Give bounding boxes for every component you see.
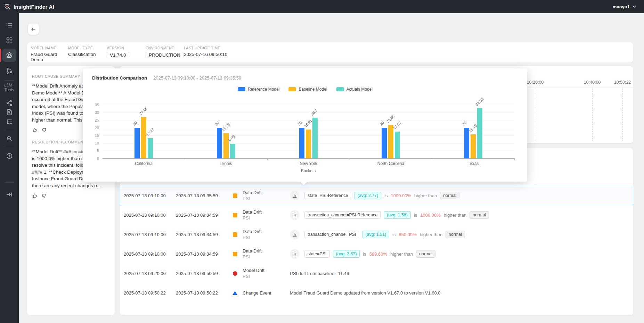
bar-value-label: 20 [379,121,385,126]
x-axis-category: California [135,161,153,166]
sidebar-item-file-search[interactable] [6,109,13,116]
version-field: VERSION V1.74.0 [107,46,146,63]
sidebar-active-indicator [0,49,1,62]
bar[interactable] [141,117,146,158]
timeline-tick: 10:50:22 [614,80,631,85]
event-subtype: PSI [243,274,290,279]
event-subtype: PSI [243,235,290,240]
avg-value-badge: (avg: 2.67) [333,250,360,258]
status-chip: normal [470,211,489,219]
sidebar-divider [5,182,14,183]
bar[interactable] [312,118,318,158]
metric-tag[interactable]: state=PSI [304,250,330,258]
distribution-chart: 051015202530352027.0513.27California2016… [83,68,527,182]
event-start-time: 2025-07-13 09:50:22 [124,290,176,296]
bar[interactable] [464,128,469,158]
sidebar-divider [5,80,14,81]
event-start-time: 2025-07-13 09:20:00 [124,271,176,276]
chevron-down-icon [632,5,636,9]
insightfinder-logo-icon [4,3,11,10]
sidebar-item-pipelines[interactable] [6,67,13,74]
table-row[interactable]: 2025-07-13 09:50:22 2025-07-13 09:50:22 … [120,283,633,303]
sidebar-divider [5,130,14,130]
bar[interactable] [382,128,387,158]
sidebar-item-dashboard[interactable] [6,37,13,44]
sidebar-item-models[interactable] [6,52,13,59]
bar[interactable] [134,128,140,158]
distribution-comparison-popup: Distribution Comparison 2025-07-13 09:10… [83,68,527,182]
timeline-gridline [535,88,535,141]
sidebar-item-list[interactable] [6,22,13,29]
bar-value-label: 26.7 [310,108,318,116]
comparison-text: is [414,213,417,218]
view-chart-button[interactable] [290,249,300,259]
view-chart-button[interactable] [290,230,300,239]
thumbs-down-icon[interactable] [41,127,47,133]
sidebar-item-search[interactable] [6,135,13,142]
sidebar-divider [5,147,14,147]
event-message: Model Fraud Guard Demo updated from vers… [290,290,441,296]
x-axis-tickmark [350,158,350,160]
table-row[interactable]: 2025-07-13 09:10:00 2025-07-13 09:34:59 … [120,205,633,225]
y-axis-tick: 20 [85,126,99,130]
app-title: InsightFinder AI [14,4,54,10]
sidebar-item-tree[interactable] [6,118,13,125]
event-description: transaction_channel=PSI(avg: 1.51)is650.… [290,230,629,239]
table-row[interactable]: 2025-07-13 09:20:00 2025-07-13 09:50:59 … [120,264,633,283]
event-message: PSI drift from baseline: 11.46 [290,271,349,276]
event-start-time: 2025-07-13 09:10:00 [124,193,176,198]
bar[interactable] [148,138,153,158]
metric-tag[interactable]: transaction_channel=PSI-Reference [304,211,381,219]
bar[interactable] [471,134,476,158]
environment-field: ENVIRONMENT PRODUCTION [146,46,184,63]
table-row[interactable]: 2025-07-13 09:10:00 2025-07-13 09:34:59 … [120,244,633,264]
event-end-time: 2025-07-13 09:34:59 [176,251,227,257]
percentage-value: 650.09% [399,232,417,237]
bar[interactable] [395,132,400,158]
sidebar-collapse-toggle[interactable] [6,191,13,198]
sidebar-item-share[interactable] [6,99,13,106]
percentage-value: 1000.00% [420,213,441,218]
event-end-time: 2025-07-13 09:50:59 [176,271,227,276]
metric-tag[interactable]: transaction_channel=PSI [304,231,359,238]
x-axis-category: Texas [468,161,479,166]
event-type-icon [233,252,237,256]
user-menu[interactable]: maoyu1 [613,4,636,9]
table-row[interactable]: 2025-07-13 09:10:00 2025-07-13 09:34:59 … [120,225,633,244]
x-axis-tickmark [185,158,185,160]
comparison-text: is [384,193,388,198]
thumbs-down-icon[interactable] [41,193,47,199]
bar-value-label: 27.05 [139,106,148,116]
bar-value-label: 20 [297,121,303,126]
bar-value-label: 20 [214,121,220,126]
x-axis-category: New York [300,161,317,166]
bar[interactable] [223,133,229,158]
thumbs-up-icon[interactable] [32,193,38,199]
x-axis-category: Illinois [220,161,232,166]
gridline [103,105,514,105]
bar-value-label: 21.86 [386,114,396,124]
x-axis-line [103,158,514,159]
y-axis-tick: 30 [85,110,99,115]
event-type-icon [233,271,237,276]
bar[interactable] [299,128,304,158]
thumbs-up-icon[interactable] [32,127,38,133]
bar[interactable] [388,125,393,158]
view-chart-button[interactable] [290,191,300,200]
bar[interactable] [230,144,235,158]
event-description: Model Fraud Guard Demo updated from vers… [290,290,629,296]
model-name-value: Fraud Guard Demo [31,52,68,62]
metric-tag[interactable]: state=PSI-Reference [304,192,351,199]
sidebar-item-add[interactable] [6,152,13,159]
event-description: transaction_channel=PSI-Reference(avg: 1… [290,210,629,220]
bar[interactable] [306,130,311,158]
model-type-value: Classification [68,52,107,57]
bar[interactable] [477,108,482,158]
bar-chart-icon [292,232,297,237]
bar[interactable] [217,128,222,158]
view-chart-button[interactable] [290,210,300,220]
back-button[interactable] [28,24,39,35]
comparison-text: higher than [444,213,466,218]
table-row[interactable]: 2025-07-13 09:10:00 2025-07-13 09:35:59 … [120,186,633,205]
x-axis-category: North Carolina [377,161,404,166]
